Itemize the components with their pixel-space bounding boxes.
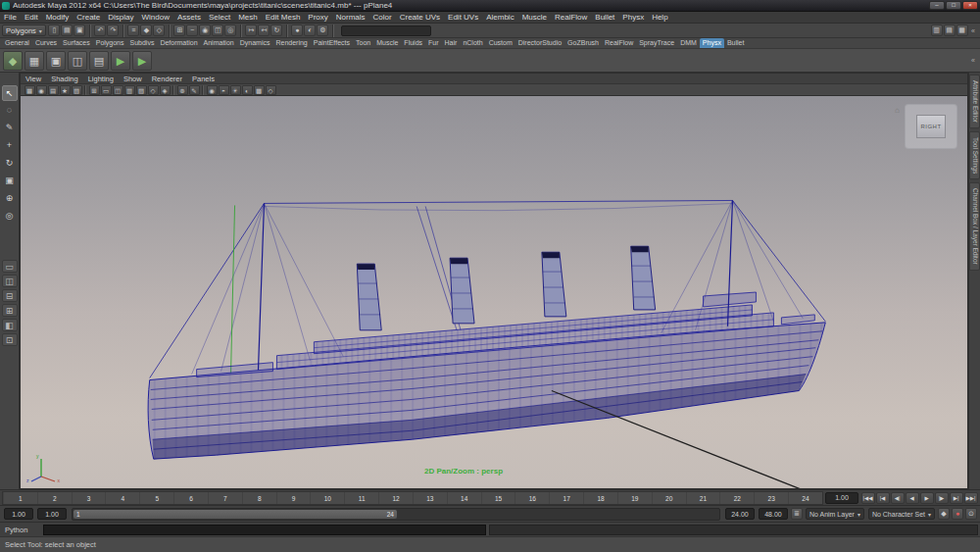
shelf-collapse-arrow[interactable]: « (971, 57, 977, 64)
sidebar-tab[interactable]: Attribute Editor (969, 75, 980, 128)
statusline-separator[interactable] (89, 25, 91, 37)
shelf-tab[interactable]: Muscle (373, 38, 401, 48)
hypershade-persp-layout-button[interactable]: ⊡ (2, 333, 18, 346)
shelf-tab[interactable]: Surfaces (60, 38, 93, 48)
frame-tick[interactable]: 4 (105, 492, 139, 504)
shelf-tab[interactable]: Curves (32, 38, 60, 48)
select-component-icon[interactable]: ◇ (153, 25, 165, 36)
lasso-tool-icon[interactable]: ◌ (2, 103, 18, 119)
panel-menu-item[interactable]: Lighting (83, 74, 119, 84)
shadows-icon[interactable]: ◐ (242, 85, 253, 95)
menu-set-selector[interactable]: Polygons ▾ (2, 25, 46, 36)
panel-menu-item[interactable]: View (21, 74, 46, 84)
paint-select-tool-icon[interactable]: ✎ (2, 121, 18, 136)
frame-tick[interactable]: 12 (378, 492, 413, 504)
select-tool-icon[interactable]: ↖ (2, 85, 18, 101)
shelf-tab[interactable]: Rendering (272, 38, 310, 48)
save-scene-icon[interactable]: ▣ (74, 25, 85, 36)
step-back-key-button[interactable]: ◀| (891, 492, 905, 504)
statusline-separator[interactable] (240, 25, 242, 37)
character-set-dropdown[interactable]: No Character Set ▾ (868, 508, 935, 520)
toggle-channel-box-icon[interactable]: ▦ (956, 25, 968, 36)
close-button[interactable]: × (962, 1, 978, 10)
menu-item[interactable]: Window (138, 12, 173, 24)
menu-item[interactable]: Edit Mesh (262, 12, 305, 24)
film-gate-icon[interactable]: ▭ (101, 85, 112, 95)
render-settings-icon[interactable]: ⚙ (317, 25, 328, 36)
scale-tool-icon[interactable]: ▣ (2, 174, 18, 189)
shelf-tab[interactable]: SprayTrace (636, 38, 677, 48)
shelf-tab[interactable]: Custom (486, 38, 515, 48)
titanic-wireframe-model[interactable] (21, 96, 967, 488)
panel-menu-item[interactable]: Shading (46, 74, 83, 84)
snap-to-point-icon[interactable]: ◉ (199, 25, 211, 36)
viewport-canvas[interactable]: ⌂ RIGHT 2D Pan/Zoom : persp y x z (21, 96, 967, 488)
shelf-icon-physx-rigid[interactable]: ◆ (3, 51, 23, 71)
frame-tick[interactable]: 11 (344, 492, 378, 504)
shelf-icon-play-bake[interactable]: ▶ (132, 51, 152, 71)
frame-tick[interactable]: 20 (652, 492, 686, 504)
xray-icon[interactable]: ◓ (219, 85, 229, 95)
frame-tick[interactable]: 6 (173, 492, 208, 504)
playback-start-field[interactable] (37, 508, 67, 520)
menu-item[interactable]: Muscle (518, 12, 551, 24)
render-current-frame-icon[interactable]: ● (291, 25, 303, 36)
animation-start-field[interactable] (4, 508, 33, 520)
menu-item[interactable]: Create UVs (396, 12, 444, 24)
go-to-start-button[interactable]: |◀◀ (861, 492, 875, 504)
menu-item[interactable]: Bullet (591, 12, 618, 24)
menu-item[interactable]: Color (369, 12, 396, 24)
panel-menu-item[interactable]: Panels (187, 74, 220, 84)
persp-outliner-layout-button[interactable]: ◧ (2, 319, 18, 331)
step-back-frame-button[interactable]: |◀ (876, 492, 890, 504)
statusline-separator[interactable] (122, 25, 124, 37)
menu-item[interactable]: Assets (173, 12, 205, 24)
gate-mask-icon[interactable]: ▥ (124, 85, 135, 95)
shelf-tab[interactable]: Toon (353, 38, 373, 48)
shelf-icon-play-solve[interactable]: ▶ (111, 51, 130, 71)
shelf-tab[interactable]: GoZBrush (564, 38, 602, 48)
field-chart-icon[interactable]: ▨ (136, 85, 147, 95)
shelf-icon-4[interactable]: ◫ (68, 51, 87, 71)
four-pane-layout-button[interactable]: ⊞ (2, 304, 18, 317)
menu-item[interactable]: Edit UVs (444, 12, 482, 24)
lighting-icon[interactable]: ☀ (230, 85, 241, 95)
statusline-separator[interactable] (286, 25, 288, 37)
frame-tick[interactable]: 3 (72, 492, 106, 504)
step-forward-key-button[interactable]: |▶ (935, 492, 949, 504)
image-plane-icon[interactable]: ▧ (72, 85, 82, 95)
safe-title-icon[interactable]: ◈ (160, 85, 171, 95)
menu-item[interactable]: Normals (332, 12, 369, 24)
play-backwards-button[interactable]: ◀ (906, 492, 919, 504)
construction-history-icon[interactable]: ↻ (270, 25, 282, 36)
shelf-tab[interactable]: Fluids (401, 38, 425, 48)
play-forwards-button[interactable]: ▶ (920, 492, 934, 504)
input-connections-icon[interactable]: ↦ (245, 25, 257, 36)
panel-menu-item[interactable]: Show (119, 74, 147, 84)
shelf-tab[interactable]: Animation (201, 38, 237, 48)
statusline-separator[interactable] (169, 25, 171, 37)
menu-item[interactable]: Mesh (234, 12, 262, 24)
paneltools-separator[interactable] (202, 85, 204, 95)
two-d-pan-zoom-icon[interactable]: ⊕ (177, 85, 188, 95)
anim-layer-filter-icon[interactable]: ≣ (791, 508, 803, 520)
soft-mod-tool-icon[interactable]: ◎ (2, 209, 18, 225)
go-to-end-button[interactable]: ▶▶| (964, 492, 978, 504)
menu-item[interactable]: Modify (42, 12, 74, 24)
menu-item[interactable]: RealFlow (551, 12, 591, 24)
statusline-separator[interactable] (332, 25, 334, 37)
shelf-tab[interactable]: DMM (677, 38, 700, 48)
shelf-tab[interactable]: Subdivs (127, 38, 158, 48)
rotate-tool-icon[interactable]: ↻ (2, 156, 18, 172)
sidebar-tab[interactable]: Channel Box / Layer Editor (969, 182, 980, 271)
single-pane-layout-button[interactable]: ▭ (2, 260, 18, 273)
frame-tick[interactable]: 14 (447, 492, 481, 504)
two-pane-stacked-layout-button[interactable]: ⊟ (2, 289, 18, 302)
open-scene-icon[interactable]: ▤ (61, 25, 73, 36)
shelf-tab[interactable]: General (2, 38, 32, 48)
select-object-icon[interactable]: ◆ (140, 25, 152, 36)
time-slider[interactable]: 123456789101112131415161718192021222324 (2, 491, 823, 505)
shelf-icon-2[interactable]: ▦ (24, 51, 44, 71)
toggle-attribute-editor-icon[interactable]: ▥ (931, 25, 943, 36)
select-camera-icon[interactable]: ▦ (24, 85, 35, 95)
